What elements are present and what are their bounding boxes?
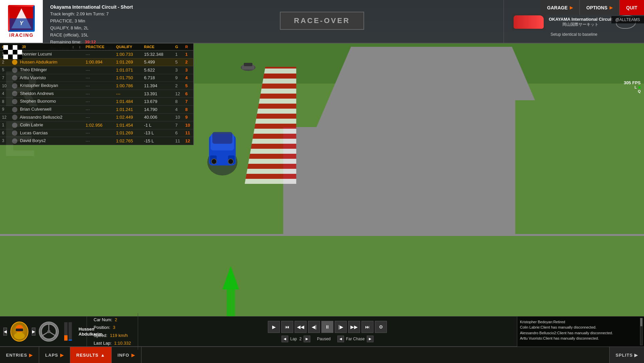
pause-button[interactable]: ⏸: [321, 321, 333, 333]
fps-q-label: Q: [638, 89, 641, 93]
row-r: 1: [183, 50, 193, 58]
tab-entries[interactable]: ENTRIES▶: [0, 347, 39, 363]
direction-arrow: [222, 266, 239, 289]
tab-laps-arrow-icon: ▶: [60, 353, 64, 358]
lap-prev-button[interactable]: ◀: [282, 336, 288, 342]
row-race: 15:32.348: [142, 50, 173, 58]
throttle-bar: [64, 322, 68, 341]
iracing-text: iRACING: [9, 32, 33, 38]
camera-mode: ◀ Far Chase ▶: [337, 336, 373, 342]
allteams-badge[interactable]: @ALLTEAMS: [611, 16, 644, 23]
tab-entries-label: ENTRIES: [6, 353, 27, 358]
row-sort1: [70, 113, 77, 121]
row-practice: 1:02.956: [84, 121, 114, 129]
tab-laps[interactable]: LAPS▶: [39, 347, 70, 363]
car-num-value: 2: [115, 317, 117, 322]
iracing-logo: Y iRACING: [0, 0, 43, 43]
row-sort2: [77, 74, 84, 82]
row-sort1: [70, 82, 77, 90]
svg-rect-2: [244, 63, 252, 66]
skip-start-button[interactable]: ⏮: [281, 321, 293, 333]
paused-text: Paused: [317, 337, 331, 341]
race-over-text: RACE-OVER: [294, 16, 350, 25]
tab-laps-label: LAPS: [45, 353, 58, 358]
quit-button[interactable]: QUIT: [620, 0, 644, 15]
table-row: 4 Sheldon Andrews --- --- 13.391 12 6: [0, 90, 193, 98]
play-button[interactable]: ▶: [268, 321, 280, 333]
splits-button[interactable]: SPLITS ▶: [609, 347, 644, 363]
row-pos: 1: [0, 121, 10, 129]
tab-info-arrow-icon: ▶: [131, 353, 135, 358]
row-practice: ---: [84, 50, 114, 58]
col-r: R: [183, 43, 193, 50]
table-row: 12 Alessandro Belluscio2 --- 1:02.449 40…: [0, 113, 193, 121]
car-num-label: Car Num:: [94, 317, 112, 322]
row-practice: ---: [84, 129, 114, 137]
tab-results-label: RESULTS: [76, 353, 99, 358]
step-forward-button[interactable]: |▶: [335, 321, 347, 333]
garage-label: GARAGE: [547, 5, 567, 10]
step-back-button[interactable]: ◀|: [308, 321, 320, 333]
col-sort1: ↕: [70, 43, 77, 50]
table-row: 8 Stephen Buonomo --- 1:01.484 13.679 8 …: [0, 98, 193, 106]
table-row: 9 Brian Culverwell --- 1:01.241 14.790 4…: [0, 105, 193, 113]
row-g: 12: [173, 90, 183, 98]
row-qualify: 1:01.454: [114, 121, 142, 129]
row-qualify: 1:01.484: [114, 98, 142, 106]
splits-label: SPLITS ▶: [616, 353, 638, 358]
row-pos: 8: [0, 98, 10, 106]
fps-l-label: L: [635, 85, 637, 89]
row-pos: 5: [0, 66, 10, 74]
setup-info: Setup identical to baseline: [550, 32, 597, 37]
options-button[interactable]: OPTIONS ▶: [580, 0, 620, 15]
camera-next-button[interactable]: ▶: [367, 336, 373, 342]
table-row: 6 Lucas Garcias --- 1:01.269 -13 L 6 11: [0, 129, 193, 137]
row-race: 13.679: [142, 98, 173, 106]
tab-entries-arrow-icon: ▶: [29, 353, 33, 358]
okayama-text-area: OKAYAMA International Circuit 岡山国際サーキット: [549, 17, 613, 27]
pedal-indicators: [64, 322, 72, 341]
row-sort2: [77, 121, 84, 129]
row-practice: ---: [84, 66, 114, 74]
row-g: 6: [173, 129, 183, 137]
row-driver: Hussen Abdulkarim: [10, 58, 70, 66]
tab-info-label: INFO: [118, 353, 129, 358]
fast-forward-button[interactable]: ▶▶: [348, 321, 360, 333]
svg-text:Y: Y: [20, 20, 24, 26]
row-race: 40.006: [142, 113, 173, 121]
chat-scrollbar[interactable]: [640, 318, 643, 345]
row-driver: Arttu Vuoristo: [10, 74, 70, 82]
col-practice: PRACTICE: [84, 43, 114, 50]
camera-control-button[interactable]: ⚙: [375, 321, 387, 333]
row-g: 1: [173, 50, 183, 58]
row-qualify: ---: [114, 90, 142, 98]
row-g: 2: [173, 82, 183, 90]
row-practice: ---: [84, 137, 114, 145]
row-race: 14.790: [142, 105, 173, 113]
driver-next-button[interactable]: ▶: [32, 328, 35, 336]
row-r: 6: [183, 90, 193, 98]
row-sort2: [77, 50, 84, 58]
direction-line: [227, 289, 235, 316]
camera-prev-button[interactable]: ◀: [337, 336, 344, 342]
garage-button[interactable]: GARAGE ▶: [540, 0, 579, 15]
skip-end-button[interactable]: ⏭: [361, 321, 373, 333]
chat-line: Kristopher Bedoyan:Retired: [520, 319, 641, 325]
lap-next-button[interactable]: ▶: [304, 336, 310, 342]
row-practice: ---: [84, 98, 114, 106]
fps-value: 305 FPS: [624, 80, 641, 85]
row-sort2: [77, 82, 84, 90]
row-driver: Lucas Garcias: [10, 129, 70, 137]
options-label: OPTIONS: [586, 5, 608, 10]
table-row: 11 Jhonnier Lucumi --- 1:00.733 15:32.34…: [0, 50, 193, 58]
row-practice: ---: [84, 82, 114, 90]
playback-section: ▶ ⏮ ◀◀ ◀| ⏸ |▶ ▶▶ ⏭ ⚙ ◀ Lap 2 ▶ Paused: [138, 321, 517, 342]
driver-prev-button[interactable]: ◀: [3, 328, 7, 336]
row-sort2: [77, 66, 84, 74]
row-pos: 7: [0, 74, 10, 82]
track-info: Okayama International Circuit - Short Tr…: [43, 0, 504, 43]
row-r: 12: [183, 137, 193, 145]
rewind-button[interactable]: ◀◀: [295, 321, 307, 333]
row-driver: Stephen Buonomo: [10, 98, 70, 106]
paused-indicator: Paused: [317, 337, 331, 341]
